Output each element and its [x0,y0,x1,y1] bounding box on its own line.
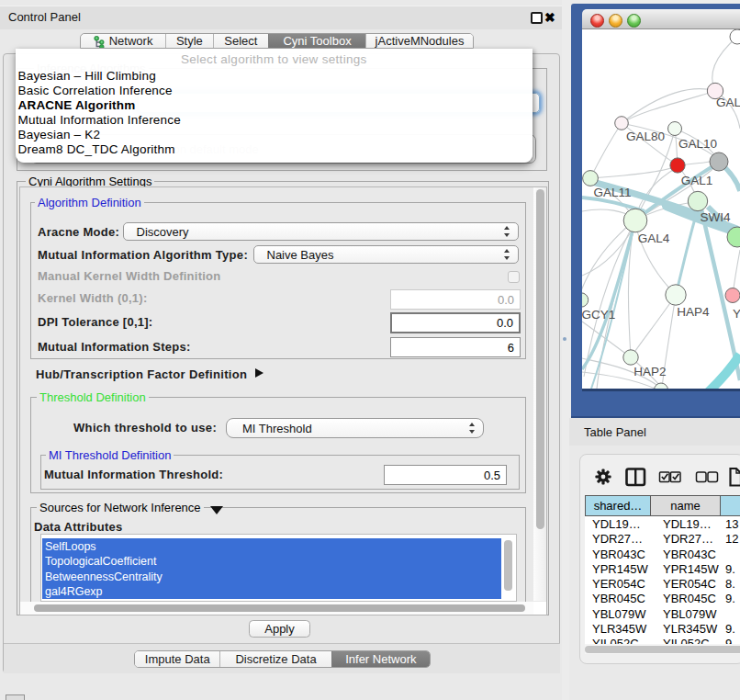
svg-text:GAL80: GAL80 [626,130,665,143]
svg-text:HAP2: HAP2 [633,365,666,378]
svg-text:SWI4: SWI4 [700,210,730,224]
svg-text:GAL11: GAL11 [593,186,631,199]
svg-text:Y: Y [733,307,740,321]
svg-text:GAL10: GAL10 [678,137,717,151]
svg-text:GAL1: GAL1 [681,174,713,187]
svg-text:GAL: GAL [716,96,740,109]
svg-text:HAP4: HAP4 [677,305,710,319]
svg-text:GAL4: GAL4 [638,231,670,245]
svg-text:GCY1: GCY1 [582,308,615,322]
